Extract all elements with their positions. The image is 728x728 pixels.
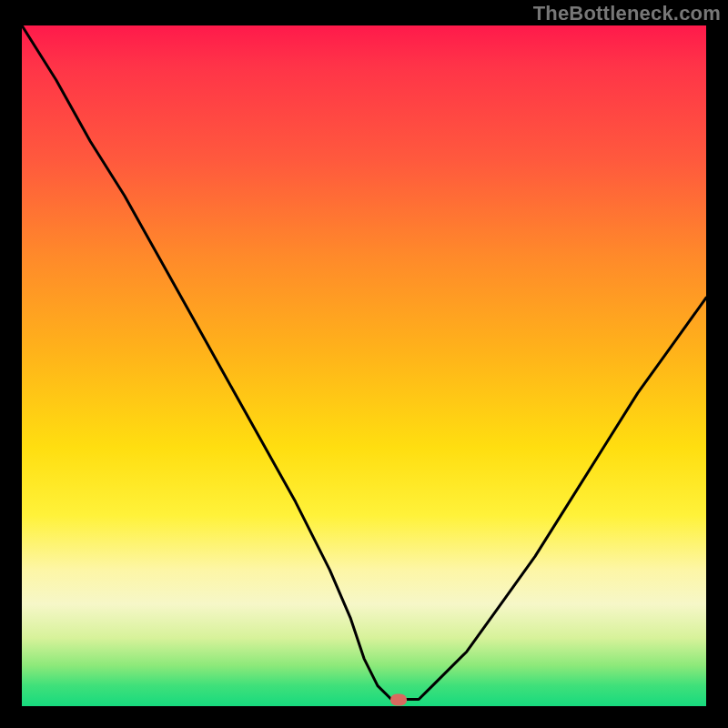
plot-area: [22, 25, 706, 706]
curve-svg: [22, 25, 706, 706]
chart-frame: TheBottleneck.com: [0, 0, 728, 728]
watermark-text: TheBottleneck.com: [533, 2, 721, 25]
minimum-marker: [390, 693, 407, 705]
curve-path: [22, 25, 706, 700]
